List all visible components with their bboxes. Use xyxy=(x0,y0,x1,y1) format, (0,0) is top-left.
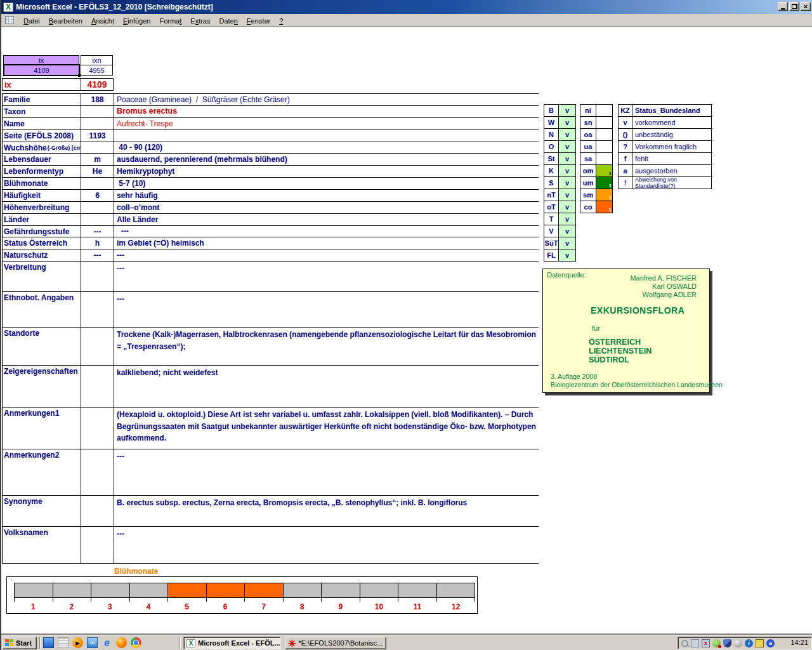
legend-desc-cell[interactable]: Abweichung von Standardliste(?) xyxy=(632,177,712,189)
bundesland-code-cell[interactable]: B xyxy=(544,105,559,116)
row-label-cell[interactable]: Seite (EFÖLS 2008) xyxy=(3,130,81,142)
taskbar-clock[interactable]: 14:21 xyxy=(790,639,808,646)
bundesland-status-cell[interactable]: v xyxy=(559,225,576,237)
row-code-cell[interactable] xyxy=(81,106,114,117)
close-button[interactable]: × xyxy=(801,2,811,11)
row-code-cell[interactable]: --- xyxy=(81,226,114,237)
row-label-cell[interactable]: Volksnamen xyxy=(3,527,81,563)
bundesland-code-cell[interactable]: V xyxy=(544,225,559,237)
legend-kz-cell[interactable]: ! xyxy=(619,177,632,189)
row-value-cell[interactable]: im Gebiet (=Ö) heimisch xyxy=(114,237,539,249)
zone-code-cell[interactable]: sm xyxy=(580,189,596,201)
messenger-icon[interactable] xyxy=(712,639,721,647)
row-value-cell[interactable]: Poaceae (Gramineae) / Süßgräser (Echte G… xyxy=(114,94,539,105)
bundesland-status-cell[interactable]: v xyxy=(559,237,576,249)
row-label-cell[interactable]: Lebensdauer xyxy=(3,154,81,165)
bundesland-status-cell[interactable]: v xyxy=(559,177,576,189)
row-code-cell[interactable] xyxy=(81,408,114,449)
row-label-cell[interactable]: Taxon xyxy=(3,106,81,117)
ix-result-value[interactable]: 4109 xyxy=(81,79,113,90)
bundesland-status-cell[interactable]: v xyxy=(559,201,576,213)
zone-color-cell[interactable] xyxy=(596,117,613,128)
bloom-months-chart[interactable]: Blühmonate ' 123456789101112 xyxy=(4,567,478,614)
row-label-cell[interactable]: Naturschutz xyxy=(3,249,81,261)
row-label-cell[interactable]: Lebenformentyp xyxy=(3,166,81,177)
row-label-cell[interactable]: Häufigkeit xyxy=(3,190,81,201)
row-code-cell[interactable]: --- xyxy=(81,249,114,261)
bundesland-code-cell[interactable]: W xyxy=(544,117,559,128)
row-value-cell[interactable]: --- xyxy=(114,527,539,563)
row-value-cell[interactable]: 5-7 (10) xyxy=(114,178,539,189)
zone-color-cell[interactable]: 1 xyxy=(596,201,613,213)
row-label-cell[interactable]: Familie xyxy=(3,94,81,105)
row-code-cell[interactable]: 188 xyxy=(81,94,114,105)
row-value-cell[interactable]: --- xyxy=(114,226,539,237)
legend-kz-cell[interactable]: v xyxy=(619,117,632,128)
bundesland-status-cell[interactable]: v xyxy=(559,153,576,164)
row-label-cell[interactable]: Anmerkungen2 xyxy=(3,449,81,495)
bundesland-code-cell[interactable]: nT xyxy=(544,189,559,201)
row-label-cell[interactable]: Höhenverbreitung xyxy=(3,202,81,213)
row-value-cell[interactable]: Trockene (Kalk-)Magerrasen, Halbtrockenr… xyxy=(114,328,539,365)
row-code-cell[interactable] xyxy=(81,178,114,189)
row-code-cell[interactable] xyxy=(81,449,114,495)
zone-color-cell[interactable] xyxy=(596,141,613,152)
ix-value-cell-selected[interactable]: 4109 xyxy=(3,64,80,76)
legend-desc-cell[interactable]: vorkommend xyxy=(632,117,712,128)
zone-color-cell[interactable] xyxy=(596,153,613,164)
row-label-cell[interactable]: Anmerkungen1 xyxy=(3,408,81,449)
taskbar-window-botanic[interactable]: ✳ *E:\EFÖLS2007\Botanisc... xyxy=(285,637,386,649)
row-code-cell[interactable] xyxy=(81,527,114,563)
menu-item-3[interactable]: Einfügen xyxy=(119,16,155,26)
bundesland-status-cell[interactable]: v xyxy=(559,249,576,261)
minimize-button[interactable] xyxy=(778,2,788,11)
row-value-cell[interactable]: sehr häufig xyxy=(114,190,539,201)
taskbar-window-excel[interactable]: X Microsoft Excel - EFÖL... xyxy=(183,637,280,649)
media-player-icon[interactable]: ▶ xyxy=(72,637,83,648)
row-label-cell[interactable]: Blühmonate xyxy=(3,178,81,189)
bundesland-code-cell[interactable]: S xyxy=(544,177,559,189)
bundesland-status-cell[interactable]: v xyxy=(559,141,576,152)
row-label-cell[interactable]: Zeigereigenschaften xyxy=(3,366,81,407)
ie-icon[interactable]: e xyxy=(102,637,112,648)
outlook-icon[interactable]: ✉ xyxy=(87,637,98,648)
menu-item-7[interactable]: Fenster xyxy=(242,16,275,26)
restore-button[interactable] xyxy=(789,2,799,11)
legend-desc-cell[interactable]: fehlt xyxy=(632,153,712,164)
row-label-cell[interactable]: Name xyxy=(3,118,81,129)
legend-desc-cell[interactable]: ausgestorben xyxy=(632,165,712,176)
bundesland-code-cell[interactable]: N xyxy=(544,129,559,140)
shield-icon[interactable] xyxy=(723,639,731,647)
legend-desc-cell[interactable]: unbeständig xyxy=(632,129,712,140)
row-value-cell[interactable]: Bromus erectus xyxy=(114,106,539,117)
magnifier-icon[interactable] xyxy=(681,640,688,647)
row-code-cell[interactable] xyxy=(81,496,114,526)
zone-color-cell[interactable]: 1 xyxy=(596,165,613,176)
row-code-cell[interactable] xyxy=(81,142,114,153)
row-value-cell[interactable]: (Hexaploid u. oktoploid.) Diese Art ist … xyxy=(114,408,539,449)
row-value-cell[interactable]: B. erectus subsp. erectus, Zerna erecta,… xyxy=(114,496,539,526)
zone-code-cell[interactable]: ua xyxy=(580,141,596,152)
bundesland-code-cell[interactable]: K xyxy=(544,165,559,176)
app-a-icon[interactable]: a xyxy=(766,639,775,647)
row-code-cell[interactable]: 6 xyxy=(81,190,114,201)
row-value-cell[interactable]: --- xyxy=(114,449,539,495)
workbook-icon[interactable] xyxy=(5,16,14,24)
row-label-cell[interactable]: Synonyme xyxy=(3,496,81,526)
bundesland-status-cell[interactable]: v xyxy=(559,129,576,140)
menu-item-8[interactable]: ? xyxy=(275,16,287,26)
legend-kz-cell[interactable]: a xyxy=(619,165,632,176)
bundesland-status-cell[interactable]: v xyxy=(559,165,576,176)
row-code-cell[interactable] xyxy=(81,366,114,407)
row-value-cell[interactable]: Alle Länder xyxy=(114,214,539,225)
row-value-cell[interactable]: 40 - 90 (120) xyxy=(114,142,539,153)
row-value-cell[interactable] xyxy=(114,130,539,142)
menu-item-5[interactable]: Extras xyxy=(186,16,214,26)
row-value-cell[interactable]: --- xyxy=(114,249,539,261)
row-code-cell[interactable] xyxy=(81,292,114,327)
legend-kz-cell[interactable]: ? xyxy=(619,141,632,152)
row-value-cell[interactable]: kalkliebend; nicht weidefest xyxy=(114,366,539,407)
ixn-header-cell[interactable]: ixn xyxy=(81,55,113,65)
bundesland-code-cell[interactable]: O xyxy=(544,141,559,152)
row-value-cell[interactable]: ausdauernd, perennierend (mehrmals blühe… xyxy=(114,154,539,165)
